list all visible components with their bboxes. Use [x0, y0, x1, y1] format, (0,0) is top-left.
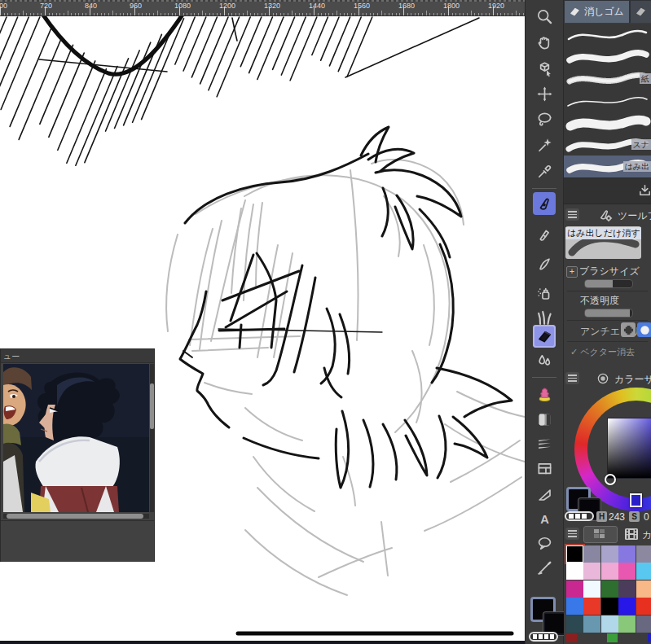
color-swatch[interactable]	[601, 580, 618, 598]
panel-menu-button[interactable]	[565, 372, 579, 384]
svg-text:A: A	[540, 512, 549, 525]
tool-balloon-button[interactable]	[534, 533, 554, 553]
color-set-selector-button[interactable]	[583, 526, 618, 543]
subtool-item[interactable]	[564, 90, 651, 112]
transparent-color-button[interactable]	[565, 511, 594, 521]
color-swatch[interactable]	[636, 616, 651, 633]
color-swatch[interactable]	[566, 598, 583, 615]
tool-brush-button[interactable]	[534, 254, 554, 274]
expand-brush-size-button[interactable]: +	[566, 266, 578, 278]
ruler-tick	[500, 13, 501, 16]
subview-horizontal-scrollbar[interactable]	[3, 514, 149, 519]
color-swatch[interactable]	[583, 580, 600, 598]
ruler-tick	[116, 13, 117, 16]
tool-gradient-button[interactable]	[534, 410, 554, 429]
ruler-tick	[292, 11, 293, 15]
grass-icon	[536, 309, 553, 326]
color-swatch[interactable]	[583, 616, 600, 633]
color-set-title: カラ	[642, 528, 651, 542]
tool-blend-button[interactable]	[534, 351, 554, 370]
color-swatch[interactable]	[566, 563, 583, 580]
antialias-off-button[interactable]	[621, 322, 636, 337]
ruler-tick	[433, 13, 434, 16]
tool-pen-button[interactable]	[533, 192, 556, 215]
hue-cursor[interactable]	[630, 493, 642, 507]
vector-erase-row[interactable]: ✓ ベクター消去	[570, 346, 635, 358]
color-swatch[interactable]	[618, 580, 636, 598]
subtool-item-はみ出[interactable]: はみ出	[564, 156, 651, 178]
tab-secondary[interactable]	[631, 1, 651, 23]
ruler-tick	[250, 13, 251, 16]
subtool-item[interactable]	[564, 24, 651, 46]
ruler-tick	[415, 13, 416, 16]
ruler-tick	[407, 13, 408, 16]
tab-eraser[interactable]: 消しゴム	[565, 1, 629, 23]
color-swatch[interactable]	[636, 545, 651, 563]
color-swatch[interactable]	[601, 545, 618, 563]
color-swatch[interactable]	[601, 563, 618, 580]
ruler-tick	[243, 13, 244, 16]
tool-move-layer-button[interactable]	[534, 84, 554, 103]
tool-deco-cream-button[interactable]	[534, 384, 554, 404]
ruler-tick	[460, 13, 460, 16]
ruler-tick	[399, 13, 400, 16]
horizontal-ruler[interactable]: 6007208409601080120013201440156016801800…	[0, 0, 525, 16]
tool-text-button[interactable]: A	[534, 509, 554, 528]
color-swatch[interactable]	[601, 616, 618, 633]
color-swatch[interactable]	[601, 598, 618, 615]
ruler-tick	[37, 13, 38, 16]
tool-eyedropper-button[interactable]	[534, 161, 554, 181]
opacity-slider[interactable]	[584, 309, 633, 318]
subtool-item-[interactable]	[564, 112, 651, 134]
ruler-tick	[139, 13, 139, 16]
panel-menu-button[interactable]	[565, 208, 579, 221]
color-swatch[interactable]	[566, 616, 583, 633]
color-swatch-partial[interactable]	[607, 633, 618, 642]
panel-menu-button[interactable]	[565, 528, 579, 540]
blend-drops-icon	[536, 353, 553, 370]
color-swatch[interactable]	[618, 616, 636, 633]
saturation-value: 0	[644, 511, 649, 523]
subtool-item[interactable]	[564, 46, 651, 68]
tool-lasso-button[interactable]	[534, 109, 554, 129]
brush-size-slider[interactable]	[584, 279, 633, 288]
color-swatch[interactable]	[583, 563, 600, 580]
saturation-value-square[interactable]	[608, 418, 651, 478]
color-swatch[interactable]	[618, 545, 636, 563]
import-subtool-button[interactable]	[636, 182, 651, 199]
sv-cursor[interactable]	[605, 474, 616, 485]
transparent-color-button[interactable]	[529, 632, 558, 642]
vector-erase-label: ベクター消去	[580, 347, 635, 357]
color-swatch[interactable]	[583, 545, 600, 563]
color-swatch[interactable]	[583, 598, 600, 615]
check-icon: ✓	[570, 347, 578, 357]
tool-frame-border-button[interactable]	[534, 458, 554, 478]
tool-eraser-button[interactable]	[533, 325, 556, 348]
subview-reference-image[interactable]	[3, 364, 149, 512]
color-swatch[interactable]	[566, 580, 583, 598]
subview-vertical-scrollbar[interactable]	[150, 364, 154, 512]
color-swatch[interactable]	[636, 580, 651, 598]
color-swatch[interactable]	[618, 563, 636, 580]
color-swatch[interactable]	[636, 598, 651, 615]
subtool-item-紙[interactable]: 紙	[564, 68, 651, 90]
tool-zoom-button[interactable]	[534, 7, 554, 26]
tool-polyline-ruler-button[interactable]	[534, 484, 554, 504]
tool-auto-select-button[interactable]	[534, 135, 554, 155]
tool-stream-lines-button[interactable]	[534, 434, 554, 453]
color-swatch-partial[interactable]	[566, 633, 577, 642]
ruler-tick	[280, 13, 281, 16]
ruler-tick	[306, 13, 307, 16]
text-icon: A	[536, 510, 553, 528]
color-swatch-partial[interactable]	[648, 633, 651, 642]
color-swatch[interactable]	[636, 563, 651, 580]
antialias-on-button[interactable]	[637, 322, 651, 337]
tool-pencil-button[interactable]	[534, 225, 554, 244]
color-swatch[interactable]	[566, 545, 583, 563]
tool-line-correction-button[interactable]	[534, 558, 554, 577]
tool-hand-button[interactable]	[534, 33, 554, 52]
subtool-item-スナ[interactable]: スナ	[564, 134, 651, 156]
tool-operation-button[interactable]	[534, 59, 554, 78]
color-swatch[interactable]	[618, 598, 636, 615]
tool-airbrush-button[interactable]	[534, 283, 554, 303]
